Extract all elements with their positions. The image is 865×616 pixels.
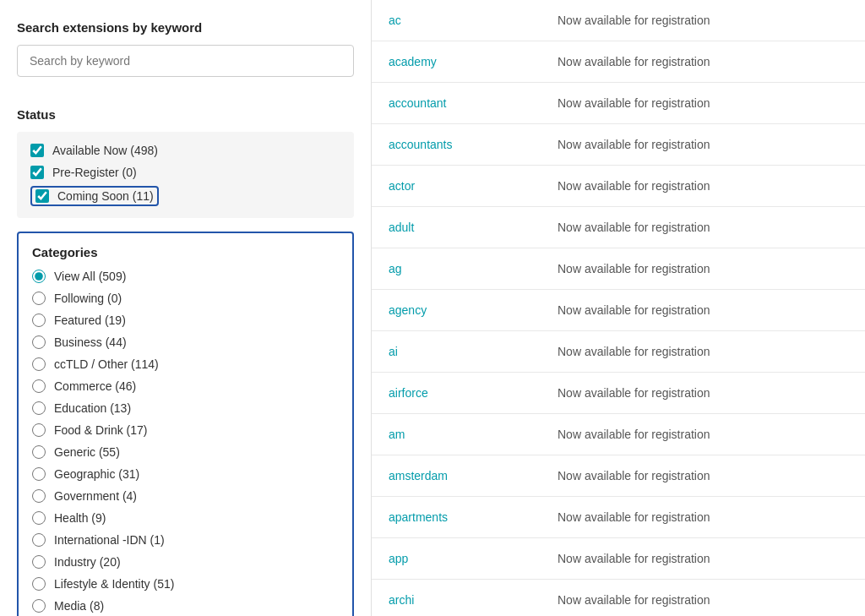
domain-status: Now available for registration <box>558 179 710 193</box>
radio-health[interactable]: Health (9) <box>32 511 339 525</box>
radio-education[interactable]: Education (13) <box>32 401 339 415</box>
radio-featured[interactable]: Featured (19) <box>32 313 339 327</box>
domain-link[interactable]: accountant <box>389 96 447 110</box>
radio-view-all-input[interactable] <box>32 270 46 283</box>
checkbox-coming-soon[interactable]: Coming Soon (11) <box>30 188 340 206</box>
table-row: app Now available for registration <box>372 538 865 580</box>
domain-link[interactable]: archi <box>389 593 414 607</box>
radio-food-drink-input[interactable] <box>32 423 46 437</box>
radio-cctld-label: ccTLD / Other (114) <box>54 357 159 371</box>
domain-status: Now available for registration <box>558 303 710 317</box>
radio-lifestyle-label: Lifestyle & Identity (51) <box>54 577 174 591</box>
radio-food-drink[interactable]: Food & Drink (17) <box>32 423 339 437</box>
radio-commerce-input[interactable] <box>32 379 46 393</box>
radio-health-label: Health (9) <box>54 511 106 525</box>
table-row: adult Now available for registration <box>372 207 865 248</box>
table-row: archi Now available for registration <box>372 580 865 617</box>
domain-status: Now available for registration <box>558 138 710 151</box>
domain-link[interactable]: agency <box>389 303 427 317</box>
radio-business[interactable]: Business (44) <box>32 335 339 349</box>
domain-link[interactable]: apartments <box>389 510 448 524</box>
domain-link[interactable]: actor <box>389 179 415 193</box>
search-input[interactable] <box>17 45 354 77</box>
radio-international[interactable]: International -IDN (1) <box>32 533 339 547</box>
radio-health-input[interactable] <box>32 511 46 525</box>
domain-status: Now available for registration <box>558 96 710 110</box>
checkbox-coming-soon-input[interactable] <box>35 189 49 203</box>
table-row: amsterdam Now available for registration <box>372 455 865 497</box>
domain-status: Now available for registration <box>558 221 710 234</box>
status-section-title: Status <box>17 107 354 122</box>
domain-status: Now available for registration <box>558 428 710 441</box>
radio-food-drink-label: Food & Drink (17) <box>54 423 147 437</box>
domain-status: Now available for registration <box>558 593 710 607</box>
domain-link[interactable]: app <box>389 552 408 565</box>
table-row: actor Now available for registration <box>372 166 865 207</box>
categories-title: Categories <box>32 245 339 259</box>
domain-link[interactable]: ai <box>389 345 398 358</box>
table-row: airforce Now available for registration <box>372 373 865 414</box>
radio-cctld-input[interactable] <box>32 357 46 371</box>
checkbox-available-now-input[interactable] <box>30 144 44 157</box>
radio-industry-label: Industry (20) <box>54 555 121 569</box>
domain-link[interactable]: academy <box>389 55 437 68</box>
search-section-title: Search extensions by keyword <box>17 20 354 35</box>
radio-view-all[interactable]: View All (509) <box>32 270 339 283</box>
table-row: ag Now available for registration <box>372 248 865 290</box>
table-row: apartments Now available for registratio… <box>372 497 865 538</box>
radio-geographic-input[interactable] <box>32 467 46 481</box>
table-row: ai Now available for registration <box>372 331 865 373</box>
domain-link[interactable]: accountants <box>389 138 453 151</box>
radio-following-input[interactable] <box>32 292 46 305</box>
checkbox-pre-register-label: Pre-Register (0) <box>52 166 137 179</box>
domain-link[interactable]: airforce <box>389 386 428 400</box>
radio-featured-input[interactable] <box>32 313 46 327</box>
radio-generic[interactable]: Generic (55) <box>32 445 339 459</box>
radio-government-input[interactable] <box>32 489 46 503</box>
checkbox-available-now[interactable]: Available Now (498) <box>30 144 340 157</box>
domain-link[interactable]: amsterdam <box>389 469 448 482</box>
radio-following-label: Following (0) <box>54 292 122 305</box>
radio-media-input[interactable] <box>32 599 46 613</box>
radio-lifestyle-input[interactable] <box>32 577 46 591</box>
radio-education-input[interactable] <box>32 401 46 415</box>
domain-link[interactable]: ag <box>389 262 402 275</box>
checkbox-pre-register-input[interactable] <box>30 166 44 179</box>
radio-lifestyle[interactable]: Lifestyle & Identity (51) <box>32 577 339 591</box>
radio-geographic[interactable]: Geographic (31) <box>32 467 339 481</box>
radio-industry[interactable]: Industry (20) <box>32 555 339 569</box>
radio-international-input[interactable] <box>32 533 46 547</box>
domain-status: Now available for registration <box>558 510 710 524</box>
radio-generic-label: Generic (55) <box>54 445 120 459</box>
radio-education-label: Education (13) <box>54 401 131 415</box>
domain-status: Now available for registration <box>558 262 710 275</box>
radio-industry-input[interactable] <box>32 555 46 569</box>
radio-media[interactable]: Media (8) <box>32 599 339 613</box>
radio-geographic-label: Geographic (31) <box>54 467 139 481</box>
radio-business-label: Business (44) <box>54 335 127 349</box>
checkbox-pre-register[interactable]: Pre-Register (0) <box>30 166 340 179</box>
coming-soon-wrapper: Coming Soon (11) <box>30 186 159 206</box>
domain-link[interactable]: am <box>389 428 405 441</box>
radio-government[interactable]: Government (4) <box>32 489 339 503</box>
radio-commerce[interactable]: Commerce (46) <box>32 379 339 393</box>
table-row: ac Now available for registration <box>372 0 865 41</box>
domain-link[interactable]: ac <box>389 14 401 27</box>
table-row: accountants Now available for registrati… <box>372 124 865 166</box>
domain-status: Now available for registration <box>558 552 710 565</box>
radio-business-input[interactable] <box>32 335 46 349</box>
radio-cctld[interactable]: ccTLD / Other (114) <box>32 357 339 371</box>
table-row: agency Now available for registration <box>372 290 865 331</box>
radio-generic-input[interactable] <box>32 445 46 459</box>
checkbox-coming-soon-label: Coming Soon (11) <box>57 189 154 203</box>
domain-status: Now available for registration <box>558 55 710 68</box>
domain-status: Now available for registration <box>558 386 710 400</box>
domain-table: ac Now available for registration academ… <box>372 0 865 616</box>
domain-status: Now available for registration <box>558 469 710 482</box>
left-panel: Search extensions by keyword Status Avai… <box>0 0 372 616</box>
radio-view-all-label: View All (509) <box>54 270 126 283</box>
status-section: Status Available Now (498) Pre-Register … <box>17 107 354 218</box>
radio-commerce-label: Commerce (46) <box>54 379 136 393</box>
domain-link[interactable]: adult <box>389 221 414 234</box>
radio-following[interactable]: Following (0) <box>32 292 339 305</box>
